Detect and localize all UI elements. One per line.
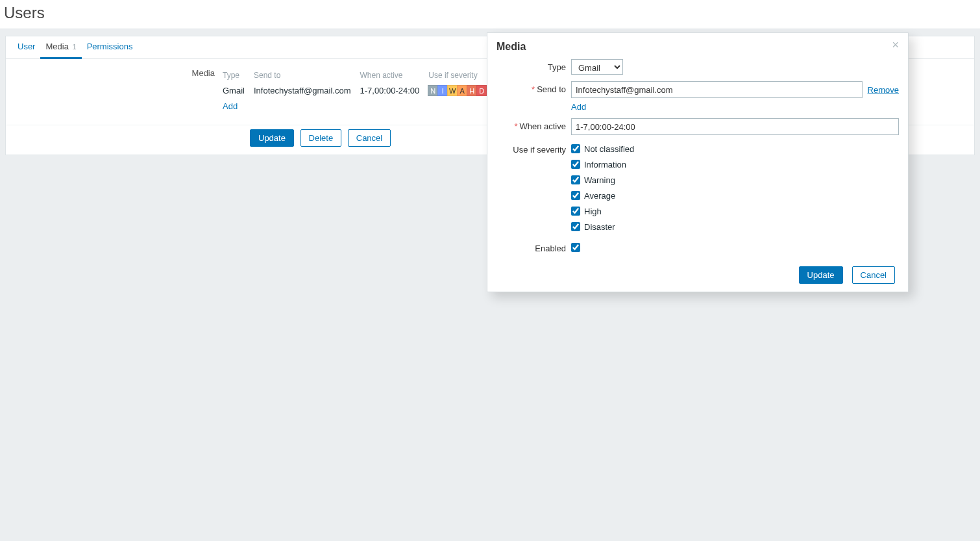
media-th-type: Type <box>220 68 251 82</box>
severity-chip-d: D <box>476 85 487 96</box>
cancel-button[interactable]: Cancel <box>348 129 391 147</box>
remove-link[interactable]: Remove <box>868 85 899 95</box>
severity-row-warning[interactable]: Warning <box>571 173 899 187</box>
tab-media-label: Media <box>45 42 68 51</box>
severity-label: Information <box>584 160 626 170</box>
severity-checkbox-disaster[interactable] <box>571 222 580 231</box>
tab-media[interactable]: Media 1 <box>40 36 81 59</box>
update-button[interactable]: Update <box>250 129 294 147</box>
modal-update-button[interactable]: Update <box>799 266 843 284</box>
media-cell-sendto: Infotechystaff@gmail.com <box>251 82 358 99</box>
modal-add-link[interactable]: Add <box>571 102 586 112</box>
severity-chip-n: N <box>428 85 438 96</box>
modal-cancel-button[interactable]: Cancel <box>852 266 895 284</box>
severity-chip-a: A <box>457 85 467 96</box>
modal-label-type: Type <box>496 59 571 72</box>
media-cell-type: Gmail <box>220 82 251 99</box>
media-cell-whenactive: 1-7,00:00-24:00 <box>357 82 426 99</box>
severity-chip-i: I <box>437 85 448 96</box>
modal-title: Media <box>496 41 526 53</box>
page-title: Users <box>0 0 980 29</box>
severity-row-high[interactable]: High <box>571 204 899 218</box>
severity-label: Warning <box>584 175 615 185</box>
delete-button[interactable]: Delete <box>300 129 342 147</box>
media-section-label: Media <box>6 68 220 113</box>
when-active-input[interactable] <box>571 118 899 135</box>
severity-label: Average <box>584 191 615 201</box>
type-select[interactable]: Gmail <box>571 59 623 75</box>
severity-checkbox-not-classified[interactable] <box>571 144 580 153</box>
severity-row-disaster[interactable]: Disaster <box>571 220 899 234</box>
severity-chip-w: W <box>447 85 458 96</box>
severity-checkbox-average[interactable] <box>571 191 580 200</box>
modal-label-sendto: *Send to <box>496 81 571 94</box>
severity-chip-h: H <box>467 85 477 96</box>
severity-checkbox-high[interactable] <box>571 207 580 216</box>
media-add-link[interactable]: Add <box>223 101 238 111</box>
enabled-checkbox[interactable] <box>571 243 580 252</box>
severity-row-not-classified[interactable]: Not classified <box>571 142 899 156</box>
severity-label: High <box>584 207 602 216</box>
modal-label-enabled: Enabled <box>496 240 571 253</box>
severity-checkbox-warning[interactable] <box>571 175 580 184</box>
send-to-input[interactable] <box>571 81 863 98</box>
severity-label: Disaster <box>584 222 615 232</box>
close-icon[interactable]: × <box>892 41 899 49</box>
media-table: Type Send to When active Use if severity… <box>220 68 493 114</box>
media-th-whenactive: When active <box>357 68 426 82</box>
media-modal: Media × Type Gmail *Send to Remove Add *… <box>487 32 909 292</box>
modal-label-severity: Use if severity <box>496 142 571 155</box>
media-th-sendto: Send to <box>251 68 358 82</box>
severity-checkbox-information[interactable] <box>571 160 580 169</box>
modal-label-whenactive: *When active <box>496 118 571 131</box>
tab-permissions[interactable]: Permissions <box>82 36 138 58</box>
severity-row-average[interactable]: Average <box>571 188 899 203</box>
tab-user[interactable]: User <box>12 36 40 58</box>
severity-label: Not classified <box>584 144 634 154</box>
tab-media-count: 1 <box>73 43 77 51</box>
media-cell-severity: N I W A H D <box>426 82 493 99</box>
table-row: Gmail Infotechystaff@gmail.com 1-7,00:00… <box>220 82 493 99</box>
media-th-severity: Use if severity <box>426 68 493 82</box>
severity-row-information[interactable]: Information <box>571 157 899 171</box>
